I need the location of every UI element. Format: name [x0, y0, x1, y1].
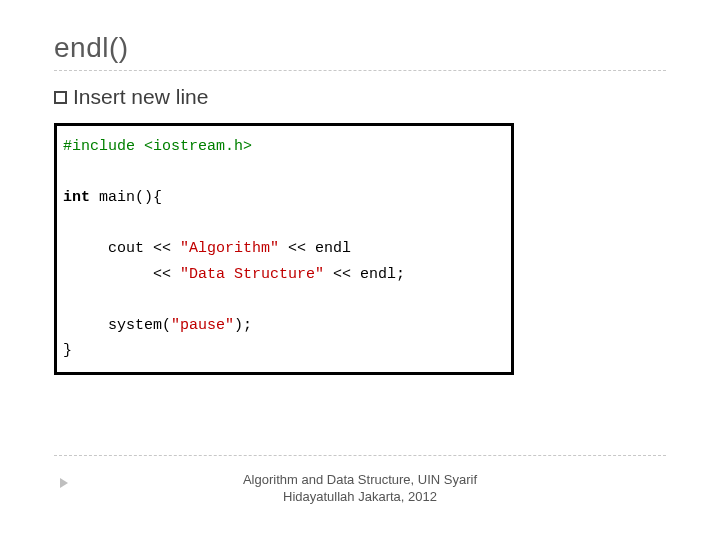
footer-line-2: Hidayatullah Jakarta, 2012	[283, 489, 437, 504]
code-cout2-str: "Data Structure"	[180, 266, 324, 283]
code-line-cout1: cout << "Algorithm" << endl	[63, 236, 505, 262]
code-main-rest: main(){	[90, 189, 162, 206]
code-line-main: int main(){	[63, 185, 505, 211]
code-line-cout2: << "Data Structure" << endl;	[63, 262, 505, 288]
code-line-system: system("pause");	[63, 313, 505, 339]
code-system-pre: system(	[63, 317, 171, 334]
footer-text: Algorithm and Data Structure, UIN Syarif…	[0, 471, 720, 506]
title-divider	[54, 70, 666, 71]
code-cout2-pre: <<	[63, 266, 180, 283]
code-line-include: #include <iostream.h>	[63, 134, 505, 160]
footer-divider	[54, 455, 666, 456]
slide: endl() Insert new line #include <iostrea…	[0, 0, 720, 540]
code-blank-2	[63, 211, 505, 237]
code-snippet: #include <iostream.h> int main(){ cout <…	[54, 123, 514, 375]
code-close-brace: }	[63, 342, 72, 359]
code-cout1-pre: cout <<	[63, 240, 180, 257]
square-bullet-icon	[54, 91, 67, 104]
code-blank-3	[63, 287, 505, 313]
code-blank-1	[63, 160, 505, 186]
bullet-row: Insert new line	[54, 85, 666, 109]
code-cout1-post: << endl	[279, 240, 351, 257]
bullet-text: Insert new line	[73, 85, 208, 109]
footer-line-1: Algorithm and Data Structure, UIN Syarif	[243, 472, 477, 487]
code-line-close: }	[63, 338, 505, 364]
code-cout2-post: << endl;	[324, 266, 405, 283]
code-system-post: );	[234, 317, 252, 334]
code-kw-int: int	[63, 189, 90, 206]
title-block: endl()	[54, 32, 666, 64]
code-include: #include <iostream.h>	[63, 138, 252, 155]
code-cout1-str: "Algorithm"	[180, 240, 279, 257]
code-system-str: "pause"	[171, 317, 234, 334]
page-title: endl()	[54, 32, 666, 64]
